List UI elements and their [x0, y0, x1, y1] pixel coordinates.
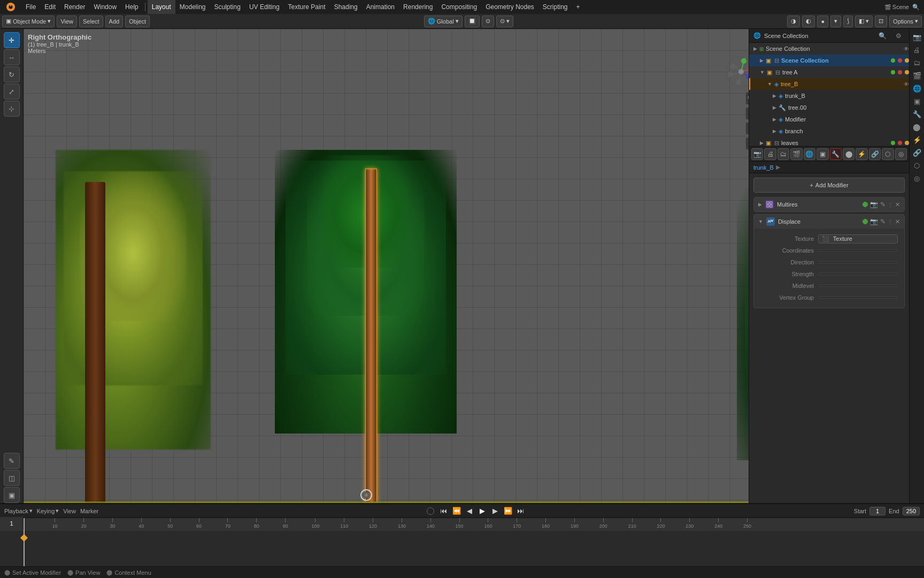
coordinates-value[interactable] — [818, 249, 898, 252]
tool-scale[interactable]: ⤢ — [4, 83, 20, 100]
jump-end-btn[interactable]: ⏭ — [515, 506, 526, 516]
vertex-group-value[interactable] — [818, 296, 898, 299]
3d-viewport[interactable]: Right Orthographic (1) tree_B | trunk_B … — [24, 29, 764, 503]
viewport-shading-options[interactable]: ▾ — [830, 16, 841, 27]
viewport-shading-rendered[interactable]: ● — [817, 16, 828, 27]
viewport-shading-solid[interactable]: ◑ — [787, 16, 800, 27]
displace-more[interactable]: ⋮ — [888, 219, 893, 225]
tool-cursor[interactable]: ✛ — [4, 32, 20, 48]
strength-value[interactable] — [818, 273, 898, 275]
material-props-icon[interactable]: ◎ — [911, 172, 923, 184]
playback-menu[interactable]: Playback▾ — [4, 507, 33, 514]
tool-move[interactable]: ↔ — [4, 49, 20, 65]
constraints-props-icon[interactable]: 🔗 — [911, 147, 923, 158]
render-prop-btn[interactable]: 📷 — [751, 148, 763, 160]
next-keyframe-btn[interactable]: ⏩ — [503, 506, 513, 516]
tool-transform[interactable]: ⊹ — [4, 101, 20, 117]
displace-header[interactable]: ▼ Displace 📷 ✎ ⋮ ✕ — [754, 215, 904, 229]
status-pan-view[interactable]: ⬤ Pan View — [67, 569, 100, 576]
next-frame-btn[interactable]: ▶ — [490, 506, 500, 516]
multires-close[interactable]: ✕ — [895, 201, 900, 208]
tool-annotate[interactable]: ✎ — [4, 453, 20, 469]
outliner-leaves[interactable]: ▶ ◈ branch — [749, 125, 909, 137]
tool-rotate[interactable]: ↻ — [4, 66, 20, 82]
outliner-branch[interactable]: ▶ ◈ Modifier — [749, 113, 909, 125]
tab-add[interactable]: + — [572, 0, 584, 14]
object-prop-btn[interactable]: ▣ — [817, 148, 828, 160]
constraints-prop-btn[interactable]: 🔗 — [869, 148, 881, 160]
output-prop-btn[interactable]: 🖨 — [764, 148, 776, 160]
jump-start-btn[interactable]: ⏮ — [438, 506, 449, 516]
snap-toggle[interactable]: 🔲 — [465, 16, 480, 27]
visibility-eye[interactable]: 👁 — [904, 46, 909, 52]
tab-sculpting[interactable]: Sculpting — [210, 0, 245, 14]
outliner-filter-btn[interactable]: ⚙ — [892, 31, 905, 41]
global-selector[interactable]: 🌐 Global ▾ — [424, 16, 463, 27]
current-frame-display[interactable]: 1 — [0, 517, 24, 530]
tab-compositing[interactable]: Compositing — [437, 0, 481, 14]
xray-toggle[interactable]: ⊡ — [875, 16, 887, 27]
tab-scripting[interactable]: Scripting — [538, 0, 572, 14]
world-prop-btn[interactable]: 🌐 — [804, 148, 815, 160]
outliner-tree00[interactable]: ▶ ◈ trunk_B — [749, 90, 909, 102]
menu-window[interactable]: Window — [89, 0, 121, 14]
modifier-props-icon[interactable]: 🔧 — [911, 108, 923, 120]
outliner-scene-collection[interactable]: ▶ ⊞ Scene Collection 👁 — [749, 43, 909, 55]
displace-enabled[interactable] — [863, 219, 868, 224]
prev-frame-btn[interactable]: ◀ — [464, 506, 475, 516]
outliner-modifier[interactable]: ▶ 🔧 tree.00 — [749, 102, 909, 113]
menu-help[interactable]: Help — [121, 0, 143, 14]
displace-close[interactable]: ✕ — [895, 218, 900, 225]
select-menu[interactable]: Select — [79, 16, 103, 27]
object-menu[interactable]: Object — [125, 16, 150, 27]
prev-keyframe-btn[interactable]: ⏪ — [451, 506, 462, 516]
modifier-prop-btn[interactable]: 🔧 — [830, 148, 842, 160]
tool-measure[interactable]: ◫ — [4, 470, 20, 486]
menu-file[interactable]: File — [21, 0, 40, 14]
object-data-prop-btn[interactable]: ⬡ — [882, 148, 894, 160]
tab-modeling[interactable]: Modeling — [175, 0, 210, 14]
timeline-ruler[interactable]: 1020304050607080901001101201301401501601… — [0, 518, 924, 531]
start-frame-input[interactable]: 1 — [869, 507, 886, 515]
add-modifier-btn[interactable]: + Add Modifier — [753, 178, 905, 193]
multires-header[interactable]: ▶ Multires 📷 ✎ ⋮ — [754, 197, 904, 211]
blender-logo[interactable] — [0, 2, 21, 12]
search-icon[interactable]: 🔍 — [912, 4, 920, 11]
add-menu[interactable]: Add — [105, 16, 124, 27]
outliner-trunk-b[interactable]: ▼ ◈ tree_B 👁 — [749, 78, 909, 90]
object-data-props-icon[interactable]: ⬡ — [911, 159, 923, 171]
midlevel-value[interactable] — [818, 285, 898, 287]
physics-props-icon[interactable]: ⚡ — [911, 134, 923, 146]
outliner-tree-a[interactable]: ▶ ▣ ⊟ Scene Collection — [749, 55, 909, 66]
particles-props-icon[interactable]: ⬤ — [911, 121, 923, 133]
outliner-search-btn[interactable]: 🔍 — [876, 31, 889, 41]
view-layer-props-icon[interactable]: 🗂 — [911, 57, 923, 69]
status-set-modifier[interactable]: ⬤ Set Active Modifier — [4, 569, 61, 576]
play-btn[interactable]: ▶ — [477, 506, 488, 516]
tab-animation[interactable]: Animation — [362, 0, 399, 14]
status-context-menu[interactable]: ⬤ Context Menu — [106, 569, 151, 576]
particles-prop-btn[interactable]: ⬤ — [843, 148, 854, 160]
gizmos-toggle[interactable]: ⟆ — [843, 16, 853, 27]
view-layer-prop-btn[interactable]: 🗂 — [777, 148, 789, 160]
view-menu-tl[interactable]: View — [63, 508, 76, 514]
multires-more[interactable]: ⋮ — [888, 202, 893, 208]
output-props-icon[interactable]: 🖨 — [911, 44, 923, 56]
tab-shading[interactable]: Shading — [330, 0, 362, 14]
object-props-icon[interactable]: ▣ — [911, 95, 923, 107]
end-frame-input[interactable]: 250 — [903, 507, 920, 515]
render-props-icon[interactable]: 📷 — [911, 31, 923, 43]
multires-enabled[interactable] — [863, 202, 868, 207]
tab-layout[interactable]: Layout — [148, 0, 175, 14]
tab-rendering[interactable]: Rendering — [399, 0, 437, 14]
menu-edit[interactable]: Edit — [40, 0, 60, 14]
tool-add-cube[interactable]: ▣ — [4, 487, 20, 503]
tab-uv-editing[interactable]: UV Editing — [245, 0, 284, 14]
direction-value[interactable] — [818, 261, 898, 263]
proportional-edit[interactable]: ⊙ — [482, 16, 494, 27]
options-menu[interactable]: Options▾ — [889, 16, 922, 27]
tab-geometry-nodes[interactable]: Geometry Nodes — [481, 0, 538, 14]
texture-value[interactable]: ⬛ Texture — [818, 234, 898, 244]
marker-menu[interactable]: Marker — [80, 508, 98, 514]
scene-prop-btn[interactable]: 🎬 — [790, 148, 802, 160]
